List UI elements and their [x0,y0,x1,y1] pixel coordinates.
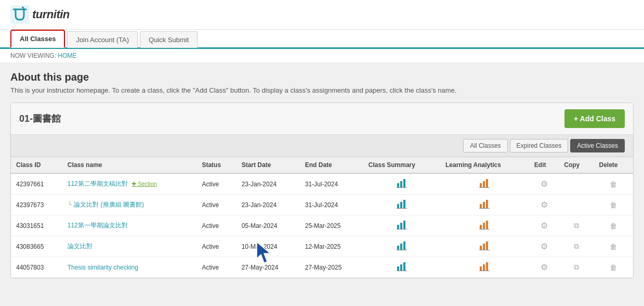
col-delete: Delete [594,157,633,173]
col-copy: Copy [559,157,594,173]
svg-rect-16 [486,200,488,208]
cell-status: Active [196,257,236,278]
svg-rect-8 [486,179,488,187]
svg-rect-18 [397,225,399,229]
learning-analytics-icon[interactable] [479,220,490,230]
cell-status: Active [196,173,236,195]
svg-rect-23 [483,223,485,229]
breadcrumb-home-link[interactable]: HOME [58,52,76,59]
filter-active-classes[interactable]: Active Classes [570,139,625,152]
svg-rect-33 [479,250,490,250]
copy-icon[interactable]: ⧉ [574,263,579,272]
class-summary-icon[interactable] [397,199,407,209]
col-end-date: End Date [300,157,363,173]
svg-rect-26 [397,246,399,250]
cell-learning-analytics [440,236,529,257]
breadcrumb: NOW VIEWING: HOME [0,49,644,63]
learning-analytics-icon[interactable] [479,261,490,272]
svg-rect-39 [483,264,485,271]
delete-trash-icon[interactable]: 🗑 [610,243,617,251]
svg-rect-17 [479,208,490,209]
svg-rect-4 [403,179,405,187]
cell-end-date: 25-Mar-2025 [300,215,363,236]
svg-rect-27 [400,244,402,250]
tab-quick-submit[interactable]: Quick Submit [140,31,198,48]
svg-rect-20 [403,221,405,229]
class-name-link[interactable]: 112第一學期論文比對 [68,222,128,229]
header: turnitin [0,0,644,30]
class-summary-icon[interactable] [397,240,407,251]
svg-rect-13 [397,208,407,209]
cell-end-date: 31-Jul-2024 [300,195,363,215]
edit-gear-icon[interactable]: ⚙ [541,262,548,272]
tab-join-account[interactable]: Join Account (TA) [67,31,138,48]
svg-rect-11 [400,202,402,208]
cell-class-id: 43083665 [11,236,62,257]
table-row: 42397673└論文比對 (推廣組 圖書館)Active23-Jan-2024… [11,195,633,215]
logo-text: turnitin [32,8,70,21]
cell-class-id: 44057803 [11,257,62,278]
cell-end-date: 27-May-2025 [300,257,363,278]
col-class-id: Class ID [11,157,62,173]
class-name-link[interactable]: └論文比對 (推廣組 圖書館) [68,201,144,208]
cell-delete: 🗑 [594,236,633,257]
section-link[interactable]: Section [132,181,157,187]
cell-copy [559,173,594,195]
delete-trash-icon[interactable]: 🗑 [610,180,617,188]
cell-delete: 🗑 [594,173,633,195]
cell-start-date: 27-May-2024 [236,257,300,278]
edit-gear-icon[interactable]: ⚙ [541,221,548,231]
class-summary-icon[interactable] [397,261,407,272]
filter-all-classes[interactable]: All Classes [463,139,507,152]
learning-analytics-icon[interactable] [479,199,490,209]
table-row: 43031651112第一學期論文比對Active05-Mar-202425-M… [11,215,633,236]
filter-bar: All Classes Expired Classes Active Class… [11,135,633,157]
delete-trash-icon[interactable]: 🗑 [610,222,617,230]
delete-trash-icon[interactable]: 🗑 [610,263,617,272]
cell-class-id: 42397673 [11,195,62,215]
svg-rect-25 [479,229,490,230]
edit-gear-icon[interactable]: ⚙ [541,241,548,251]
cell-delete: 🗑 [594,195,633,215]
class-name-link[interactable]: 112第二學期文稿比對 [68,180,128,187]
cell-learning-analytics [440,195,529,215]
class-name-link[interactable]: Thesis similarity checking [68,264,138,271]
learning-analytics-icon[interactable] [479,240,490,251]
edit-gear-icon[interactable]: ⚙ [541,200,548,210]
svg-rect-37 [397,271,407,271]
col-class-summary: Class Summary [363,157,440,173]
cell-class-name: 112第一學期論文比對 [62,215,197,236]
breadcrumb-prefix: NOW VIEWING: [10,52,56,59]
cell-start-date: 23-Jan-2024 [236,195,300,215]
class-header: 01-圖書館 + Add Class [11,103,633,135]
cell-edit: ⚙ [529,195,559,215]
svg-rect-19 [400,223,402,229]
class-summary-icon[interactable] [397,178,407,188]
svg-rect-9 [479,187,490,188]
edit-gear-icon[interactable]: ⚙ [541,179,548,189]
svg-rect-14 [480,204,482,208]
filter-expired-classes[interactable]: Expired Classes [510,139,569,152]
cell-class-name: └論文比對 (推廣組 圖書館) [62,195,197,215]
class-summary-icon[interactable] [397,220,407,230]
cell-class-name: 論文比對 [62,236,197,257]
col-start-date: Start Date [236,157,300,173]
class-name-link[interactable]: 論文比對 [68,243,93,250]
add-class-button[interactable]: + Add Class [564,109,625,128]
copy-icon[interactable]: ⧉ [574,242,579,251]
table-row: 44057803Thesis similarity checkingActive… [11,257,633,278]
cell-class-id: 43031651 [11,215,62,236]
svg-rect-0 [10,5,29,24]
cell-edit: ⚙ [529,236,559,257]
delete-trash-icon[interactable]: 🗑 [610,201,617,209]
cell-learning-analytics [440,257,529,278]
cell-edit: ⚙ [529,257,559,278]
svg-rect-21 [397,229,407,230]
cell-status: Active [196,215,236,236]
svg-rect-40 [486,262,488,271]
copy-icon[interactable]: ⧉ [574,221,579,230]
tab-all-classes[interactable]: All Classes [10,30,65,48]
learning-analytics-icon[interactable] [479,178,490,188]
cell-edit: ⚙ [529,173,559,195]
cell-edit: ⚙ [529,215,559,236]
